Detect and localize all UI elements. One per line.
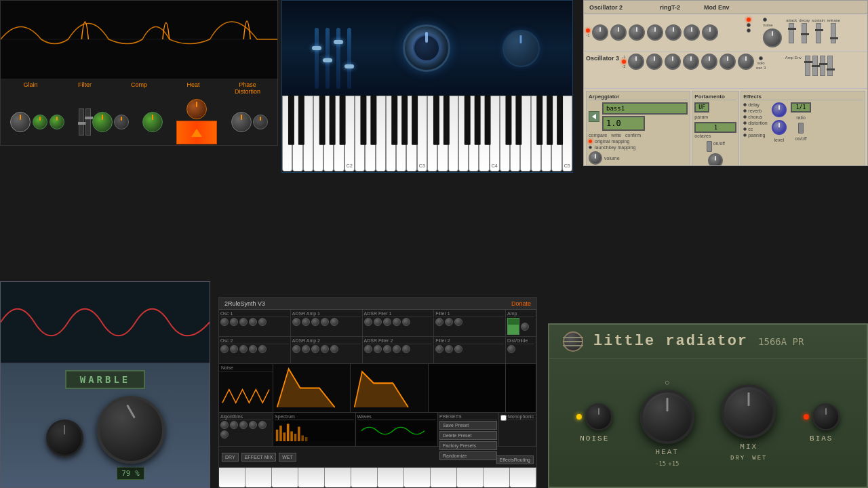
porta-time-knob[interactable] (708, 153, 723, 166)
arp-lcd-num[interactable]: 1.0 (602, 116, 645, 131)
amp-knob[interactable] (521, 323, 529, 331)
f2-knob-3[interactable] (454, 345, 462, 353)
mk-white-8[interactable] (404, 468, 431, 487)
distglide-knob[interactable] (507, 345, 515, 353)
osc3-modenv-knob[interactable] (719, 54, 736, 70)
white-key[interactable]: C4 (490, 96, 500, 171)
synth-slider-4[interactable] (347, 28, 351, 89)
adsrf1-knob-r[interactable] (393, 318, 401, 326)
mk-white-1[interactable] (219, 468, 245, 487)
f1-knob-2[interactable] (445, 318, 453, 326)
white-key[interactable] (541, 96, 551, 171)
mk-white-11[interactable] (484, 468, 510, 487)
osc1-knob-1[interactable] (220, 318, 229, 326)
white-key[interactable] (365, 96, 375, 171)
osc3-oct-knob[interactable] (628, 54, 644, 70)
adsr2-knob-s[interactable] (311, 345, 319, 353)
white-key[interactable] (551, 96, 561, 171)
synth-slider-1[interactable] (315, 28, 319, 89)
osc2-oct-knob[interactable] (592, 24, 608, 41)
white-key[interactable]: C3 (417, 96, 427, 171)
white-key[interactable] (292, 96, 302, 171)
mk-white-2[interactable] (245, 468, 272, 487)
osc3-pwm-knob[interactable] (701, 54, 717, 70)
noise-knob[interactable] (585, 403, 612, 430)
f2-knob-1[interactable] (435, 345, 443, 353)
osc3-semi-knob[interactable] (646, 54, 663, 70)
algo-knob-3[interactable] (239, 421, 248, 429)
mk-white-12[interactable] (510, 468, 536, 487)
white-key[interactable] (520, 96, 530, 171)
osc2-lfo1-knob[interactable] (702, 24, 718, 41)
synth-main-knob[interactable] (403, 24, 450, 72)
f2-knob-2[interactable] (445, 345, 453, 353)
white-key[interactable] (500, 96, 510, 171)
mk-white-6[interactable] (351, 468, 378, 487)
white-key[interactable] (355, 96, 365, 171)
porta-lcd[interactable]: UF (694, 102, 709, 113)
adsr1-knob-s[interactable] (311, 318, 319, 326)
osc2-rs-knob-1[interactable] (220, 345, 229, 353)
osc1-knob-5[interactable] (258, 318, 267, 326)
osc3-detune-knob[interactable] (665, 54, 681, 70)
osc2-rs-knob-5[interactable] (258, 345, 267, 353)
filter-knob-2[interactable] (114, 115, 129, 129)
heat-knob[interactable] (186, 99, 207, 119)
noise-knob[interactable] (763, 28, 782, 47)
synth-slider-2[interactable] (326, 28, 330, 89)
white-key[interactable] (386, 96, 396, 171)
mk-white-9[interactable] (431, 468, 457, 487)
dry-btn[interactable]: DRY (222, 453, 239, 462)
filter-slider-2[interactable] (85, 108, 91, 136)
algo-knob-5[interactable] (258, 421, 267, 429)
arp-left-btn[interactable] (589, 111, 599, 122)
adsrf2-knob-s[interactable] (383, 345, 391, 353)
osc2-wave-knob[interactable] (647, 24, 663, 41)
instability-main-knob[interactable] (97, 396, 165, 464)
osc2-rs-knob-4[interactable] (249, 345, 257, 353)
delete-preset-btn[interactable]: Delete Preset (439, 431, 497, 440)
adsr1-knob-vel[interactable] (330, 318, 338, 326)
adsr2-knob-d[interactable] (302, 345, 310, 353)
adsrf2-knob-d[interactable] (374, 345, 382, 353)
adsrf2-knob-a[interactable] (364, 345, 372, 353)
mk-white-10[interactable] (457, 468, 484, 487)
mix-knob[interactable] (722, 384, 776, 439)
adsrf2-knob-vel[interactable] (402, 345, 410, 353)
algo-knob-4[interactable] (249, 421, 257, 429)
osc2-detune-knob[interactable] (629, 24, 645, 41)
white-key[interactable] (303, 96, 313, 171)
mk-white-7[interactable] (378, 468, 404, 487)
adsr1-knob-d[interactable] (302, 318, 310, 326)
synth-secondary-knob[interactable] (502, 30, 540, 67)
fx-knob-2[interactable] (772, 120, 787, 135)
heat-knob[interactable] (640, 390, 694, 444)
adsrf1-knob-s[interactable] (383, 318, 391, 326)
algo-knob-2[interactable] (230, 421, 238, 429)
osc2-rs-knob-3[interactable] (239, 345, 248, 353)
fx-on-btn[interactable] (798, 123, 804, 134)
keyboard[interactable]: C2 C3 C4 C5 (282, 96, 572, 171)
donate-button[interactable]: Donate (511, 300, 531, 307)
mini-keyboard[interactable]: EffectsRouting (219, 467, 536, 487)
mono-checkbox[interactable] (500, 415, 507, 421)
white-key[interactable] (396, 96, 406, 171)
filter-slider-1[interactable] (79, 108, 84, 136)
osc1-knob-4[interactable] (249, 318, 257, 326)
f1-knob-3[interactable] (454, 318, 462, 326)
mk-white-3[interactable] (272, 468, 298, 487)
effects-routing-btn[interactable]: EffectsRouting (496, 455, 534, 464)
white-key[interactable] (448, 96, 458, 171)
phasedist-knob-2[interactable] (253, 115, 268, 129)
osc2-modenv-knob[interactable] (684, 24, 700, 41)
adsr2-knob-r[interactable] (321, 345, 329, 353)
white-key[interactable] (437, 96, 448, 171)
osc2-rs-knob-2[interactable] (230, 345, 238, 353)
fx-knob-1[interactable] (772, 102, 787, 117)
mk-white-4[interactable] (298, 468, 325, 487)
osc1-knob-3[interactable] (239, 318, 248, 326)
ratio-display[interactable]: 1/1 (791, 102, 811, 113)
adsr2-knob-a[interactable] (292, 345, 300, 353)
arp-volume-knob[interactable] (589, 151, 602, 165)
white-key[interactable] (531, 96, 541, 171)
